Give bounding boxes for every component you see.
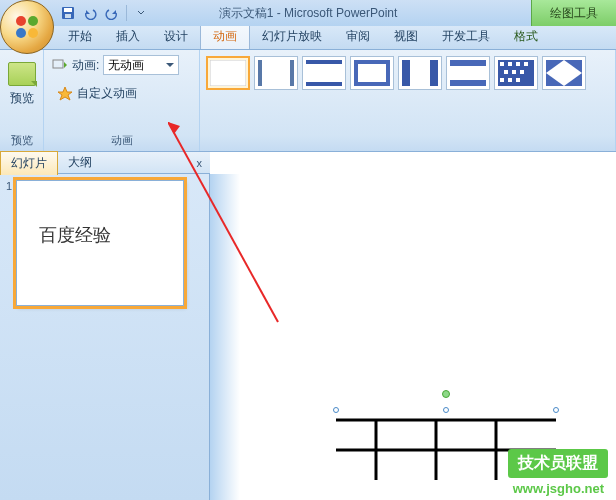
tab-home[interactable]: 开始 (56, 24, 104, 49)
svg-rect-22 (516, 62, 520, 66)
office-button[interactable] (0, 0, 54, 54)
transition-item-2[interactable] (302, 56, 346, 90)
rotate-handle[interactable] (442, 390, 450, 398)
svg-rect-28 (508, 78, 512, 82)
redo-icon (105, 6, 119, 20)
svg-rect-18 (450, 66, 486, 80)
svg-rect-14 (358, 64, 386, 82)
slide-content-text: 百度经验 (39, 223, 111, 247)
resize-handle-ne[interactable] (553, 407, 559, 413)
chevron-down-icon (166, 63, 174, 67)
tab-design[interactable]: 设计 (152, 24, 200, 49)
transition-thumb-icon (546, 60, 582, 86)
transition-item-5[interactable] (446, 56, 490, 90)
transition-item-6[interactable] (494, 56, 538, 90)
transition-item-4[interactable] (398, 56, 442, 90)
svg-rect-10 (262, 60, 290, 86)
transition-thumb-icon (258, 60, 294, 86)
slide-thumbnail-1[interactable]: 1 百度经验 (6, 180, 203, 306)
preview-button-label: 预览 (10, 90, 34, 107)
undo-button[interactable] (80, 3, 100, 23)
group-label-animation: 动画 (52, 133, 191, 151)
svg-rect-16 (410, 60, 430, 86)
animation-dropdown[interactable]: 无动画 (103, 55, 179, 75)
tab-developer[interactable]: 开发工具 (430, 24, 502, 49)
slide-preview: 百度经验 (16, 180, 184, 306)
save-icon (61, 6, 75, 20)
transition-gallery (206, 56, 609, 90)
svg-rect-27 (500, 78, 504, 82)
svg-rect-26 (520, 70, 524, 74)
watermark-badge: 技术员联盟 (508, 449, 608, 478)
window-title: 演示文稿1 - Microsoft PowerPoint (219, 5, 398, 22)
preview-button[interactable]: 预览 (4, 54, 40, 114)
transition-none[interactable] (206, 56, 250, 90)
qat-separator (126, 5, 127, 21)
transition-item-3[interactable] (350, 56, 394, 90)
transition-thumb-icon (402, 60, 438, 86)
ribbon-group-transitions (200, 50, 616, 151)
context-tab-drawing[interactable]: 绘图工具 (531, 0, 616, 26)
chevron-down-icon (137, 9, 145, 17)
svg-point-2 (16, 28, 26, 38)
custom-animation-label: 自定义动画 (77, 85, 137, 102)
office-logo-icon (11, 11, 43, 43)
svg-rect-20 (500, 62, 504, 66)
transition-item-7[interactable] (542, 56, 586, 90)
svg-rect-21 (508, 62, 512, 66)
resize-handle-n[interactable] (443, 407, 449, 413)
svg-rect-12 (306, 64, 342, 82)
tab-format[interactable]: 格式 (502, 24, 550, 49)
panel-tab-outline[interactable]: 大纲 (58, 151, 102, 174)
transition-thumb-icon (210, 60, 246, 86)
transition-thumb-icon (498, 60, 534, 86)
svg-point-1 (28, 16, 38, 26)
animation-dropdown-value: 无动画 (108, 57, 144, 74)
save-button[interactable] (58, 3, 78, 23)
tab-animation[interactable]: 动画 (200, 23, 250, 49)
ribbon-group-animation: 动画: 无动画 自定义动画 动画 (44, 50, 200, 151)
transition-thumb-icon (306, 60, 342, 86)
svg-rect-29 (516, 78, 520, 82)
undo-icon (83, 6, 97, 20)
custom-animation-button[interactable]: 自定义动画 (52, 82, 191, 105)
thumbnail-panel: 1 百度经验 (0, 174, 210, 500)
animation-dropdown-label: 动画: (72, 57, 99, 74)
transition-thumb-icon (354, 60, 390, 86)
title-bar: 演示文稿1 - Microsoft PowerPoint 绘图工具 (0, 0, 616, 26)
quick-access-toolbar (58, 3, 151, 23)
custom-animation-icon (57, 86, 73, 102)
tab-view[interactable]: 视图 (382, 24, 430, 49)
slide-number: 1 (6, 180, 12, 306)
tab-review[interactable]: 审阅 (334, 24, 382, 49)
transition-thumb-icon (450, 60, 486, 86)
qat-customize[interactable] (131, 3, 151, 23)
svg-point-0 (16, 16, 26, 26)
panel-close-button[interactable]: x (193, 155, 207, 171)
ribbon: 预览 预览 动画: 无动画 自定义动画 动画 (0, 50, 616, 152)
transition-item-1[interactable] (254, 56, 298, 90)
svg-rect-6 (65, 14, 71, 18)
animation-icon (52, 58, 68, 72)
resize-handle-nw[interactable] (333, 407, 339, 413)
group-label-preview: 预览 (11, 133, 33, 151)
preview-icon (8, 62, 36, 86)
redo-button[interactable] (102, 3, 122, 23)
svg-rect-25 (512, 70, 516, 74)
tab-slideshow[interactable]: 幻灯片放映 (250, 24, 334, 49)
canvas-shadow (210, 174, 240, 500)
panel-tab-slides[interactable]: 幻灯片 (0, 151, 58, 175)
svg-rect-8 (210, 60, 246, 86)
ribbon-tabs: 开始 插入 设计 动画 幻灯片放映 审阅 视图 开发工具 格式 (0, 26, 616, 50)
svg-rect-24 (504, 70, 508, 74)
tab-insert[interactable]: 插入 (104, 24, 152, 49)
svg-rect-7 (53, 60, 63, 68)
svg-rect-5 (64, 8, 72, 12)
watermark-url: www.jsgho.net (513, 481, 604, 496)
svg-rect-23 (524, 62, 528, 66)
ribbon-group-preview: 预览 预览 (0, 50, 44, 151)
svg-point-3 (28, 28, 38, 38)
slide-panel-tabs: 幻灯片 大纲 x (0, 152, 210, 174)
